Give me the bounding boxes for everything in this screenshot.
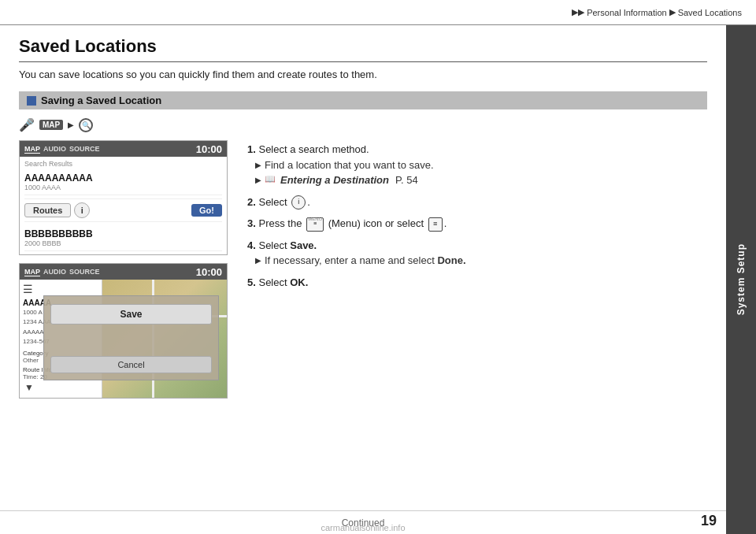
- go-button[interactable]: Go!: [191, 204, 222, 217]
- result-item-1: AAAAAAAAAA 1000 AAAA: [24, 169, 222, 195]
- step-3: 3. Press the ≡MENU (Menu) icon or select…: [247, 216, 707, 232]
- step1-find: Find a location that you want to: [265, 159, 406, 171]
- menu-icon: ☰: [23, 283, 98, 295]
- screen2-tabs: MAP AUDIO SOURCE: [24, 268, 100, 276]
- step4-done: Done.: [437, 254, 465, 266]
- breadcrumb-item-1: Personal Information: [587, 8, 667, 17]
- result-item-2: BBBBBBBBBB 2000 BBBB: [24, 225, 222, 251]
- steps-column: 1. Select a search method. ▶ Find a loca…: [247, 140, 707, 399]
- save-dialog: Save Cancel: [43, 295, 219, 380]
- tab2-map: MAP: [24, 268, 40, 276]
- content-row: MAP AUDIO SOURCE 10:00 Search Results AA…: [19, 140, 707, 399]
- step5-text: Select: [258, 276, 287, 288]
- screen2-time: 10:00: [196, 266, 222, 278]
- sidebar-tab-label: System Setup: [736, 243, 747, 315]
- tab-map: MAP: [24, 145, 40, 154]
- main-content: Saved Locations You can save locations s…: [0, 25, 726, 534]
- screenshot-2: MAP AUDIO SOURCE 10:00 ☰ AAAAA 1000 A 12…: [19, 263, 228, 399]
- step-2: 2. Select i.: [247, 195, 707, 210]
- step4-num: 4.: [247, 239, 256, 251]
- mic-icon: 🎤: [19, 117, 35, 132]
- page-description: You can save locations so you can quickl…: [19, 69, 707, 80]
- step1-book-icon: 📖: [265, 172, 276, 186]
- breadcrumb-prefix: ▶▶: [572, 7, 584, 17]
- screen2-body: ☰ AAAAA 1000 A 1234 AAA AAAAA 1234-567 C…: [20, 280, 227, 398]
- step1-sub2: ▶ 📖 Entering a Destination P. 54: [255, 172, 707, 188]
- section-header: Saving a Saved Location: [19, 91, 707, 109]
- search-icon: 🔍: [79, 118, 93, 132]
- breadcrumb-bar: ▶▶ Personal Information ▶ Saved Location…: [0, 0, 756, 25]
- step1-text: Select a search method.: [258, 143, 369, 155]
- tab2-source: SOURCE: [69, 268, 100, 276]
- step3-num: 3.: [247, 217, 256, 229]
- screenshot-1: MAP AUDIO SOURCE 10:00 Search Results AA…: [19, 140, 228, 255]
- route-bar: Routes i Go!: [24, 198, 222, 222]
- breadcrumb-item-2: Saved Locations: [678, 8, 742, 17]
- step4-sub-text: If necessary, enter a name and select Do…: [265, 253, 466, 269]
- arrow-icon-4: ▶: [255, 254, 261, 266]
- map-badge: MAP: [39, 120, 63, 130]
- step4-text: Select: [258, 239, 287, 251]
- search-label: Search Results: [24, 160, 222, 168]
- save-button[interactable]: Save: [50, 304, 212, 324]
- section-title: Saving a Saved Location: [41, 95, 161, 106]
- icon-row: 🎤 MAP ▶ 🔍: [19, 117, 707, 132]
- play-icon: ▶: [68, 121, 74, 129]
- step2-text: Select: [258, 196, 287, 208]
- screenshots-column: MAP AUDIO SOURCE 10:00 Search Results AA…: [19, 140, 232, 399]
- step1-num: 1.: [247, 143, 256, 155]
- arrow-icon-2: ▶: [255, 174, 261, 186]
- step5-num: 5.: [247, 276, 256, 288]
- screen1-time: 10:00: [196, 143, 222, 155]
- step4-if-text: If necessary, enter a name and select: [265, 254, 435, 266]
- menu-icon-inline: ≡MENU: [306, 217, 324, 232]
- section-marker: [27, 96, 36, 106]
- step-4: 4. Select Save. ▶ If necessary, enter a …: [247, 238, 707, 269]
- breadcrumb: ▶▶ Personal Information ▶ Saved Location…: [572, 7, 742, 17]
- title-divider: [19, 61, 707, 62]
- step5-bold: OK.: [290, 276, 308, 288]
- arrow-icon-1: ▶: [255, 159, 261, 171]
- page-title: Saved Locations: [19, 36, 707, 57]
- tab-audio: AUDIO: [43, 145, 66, 154]
- step4-sub: ▶ If necessary, enter a name and select …: [255, 253, 707, 269]
- screen2-header: MAP AUDIO SOURCE 10:00: [20, 264, 227, 280]
- step2-icon: i: [291, 195, 306, 210]
- step3-press: Press the: [258, 217, 302, 229]
- result1-sub: 1000 AAAA: [24, 184, 222, 191]
- step3-icon2: ≡: [428, 217, 443, 232]
- step1-save-suffix: save.: [410, 159, 434, 171]
- tab-source: SOURCE: [69, 145, 100, 154]
- result2-sub: 2000 BBBB: [24, 239, 222, 247]
- breadcrumb-separator: ▶: [669, 7, 676, 17]
- step-5: 5. Select OK.: [247, 275, 707, 291]
- right-sidebar: System Setup: [726, 25, 756, 534]
- result2-name: BBBBBBBBBB: [24, 228, 222, 239]
- screen1-header: MAP AUDIO SOURCE 10:00: [20, 141, 227, 157]
- screen1-body: Search Results AAAAAAAAAA 1000 AAAA Rout…: [20, 157, 227, 254]
- routes-button[interactable]: Routes: [24, 203, 71, 217]
- tab2-audio: AUDIO: [43, 268, 66, 276]
- step1-page: P. 54: [395, 172, 418, 188]
- watermark: carmanualsonline.info: [0, 510, 726, 534]
- step1-link: Entering a Destination: [280, 172, 389, 188]
- menu-sub-label: MENU: [308, 216, 322, 223]
- down-arrow-icon: ▼: [24, 382, 34, 393]
- step1-sub1-text: Find a location that you want to save.: [265, 158, 434, 173]
- step-1: 1. Select a search method. ▶ Find a loca…: [247, 142, 707, 188]
- result1-name: AAAAAAAAAA: [24, 172, 222, 184]
- cancel-button[interactable]: Cancel: [50, 356, 212, 373]
- step3-text2: (Menu) icon or select: [328, 217, 424, 229]
- info-button[interactable]: i: [74, 202, 90, 218]
- step4-bold: Save.: [290, 239, 317, 251]
- step2-num: 2.: [247, 196, 256, 208]
- step1-sub1: ▶ Find a location that you want to save.: [255, 158, 707, 173]
- screen1-tabs: MAP AUDIO SOURCE: [24, 145, 100, 154]
